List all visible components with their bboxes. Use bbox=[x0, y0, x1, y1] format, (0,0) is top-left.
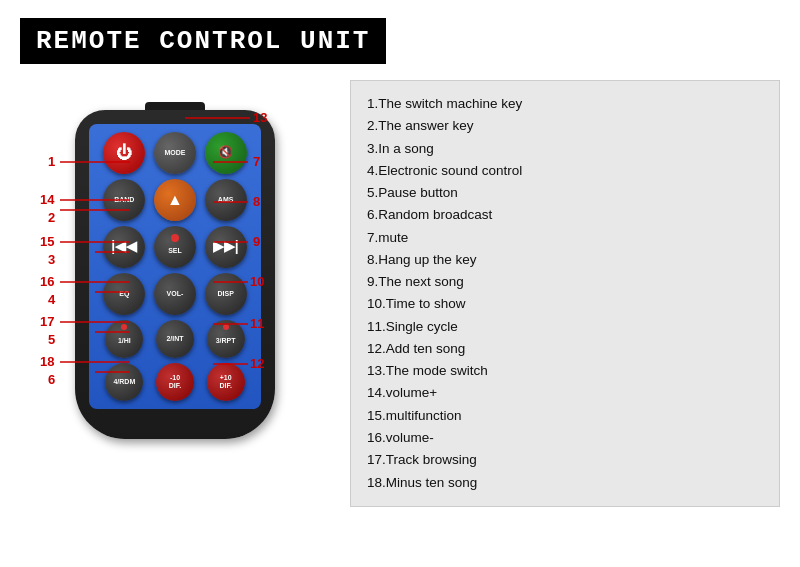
legend-item: 5.Pause button bbox=[367, 182, 763, 204]
voldown-button[interactable]: VOL- bbox=[154, 273, 196, 315]
svg-text:3: 3 bbox=[48, 252, 55, 267]
legend-item: 11.Single cycle bbox=[367, 316, 763, 338]
remote-antenna bbox=[145, 102, 205, 110]
btn-3rpt[interactable]: 3/RPT bbox=[207, 320, 245, 358]
legend-item: 16.volume- bbox=[367, 427, 763, 449]
eq-button[interactable]: EQ bbox=[103, 273, 145, 315]
btn-row-3: |◀◀ SEL ▶▶| bbox=[99, 226, 251, 268]
legend-item: 9.The next song bbox=[367, 271, 763, 293]
svg-text:4: 4 bbox=[48, 292, 56, 307]
btn-row-5: 1/HI 2/INT 3/RPT bbox=[99, 320, 251, 358]
btn-row-4: EQ VOL- DISP bbox=[99, 273, 251, 315]
sel-button[interactable]: SEL bbox=[154, 226, 196, 268]
btn-row-6: 4/RDM -10DIF. +10DIF. bbox=[99, 363, 251, 401]
band-button[interactable]: BAND bbox=[103, 179, 145, 221]
main-content: ⏻ MODE 🔇 BAND ▲ AMS bbox=[20, 80, 780, 567]
legend-item: 13.The mode switch bbox=[367, 360, 763, 382]
btn-plus10[interactable]: +10DIF. bbox=[207, 363, 245, 401]
mode-button[interactable]: MODE bbox=[154, 132, 196, 174]
power-button[interactable]: ⏻ bbox=[103, 132, 145, 174]
svg-text:14: 14 bbox=[40, 192, 55, 207]
btn-row-1: ⏻ MODE 🔇 bbox=[99, 132, 251, 174]
title-box: REMOTE CONTROL UNIT bbox=[20, 18, 386, 64]
svg-text:2: 2 bbox=[48, 210, 55, 225]
prev-button[interactable]: |◀◀ bbox=[103, 226, 145, 268]
legend-item: 14.volume+ bbox=[367, 382, 763, 404]
remote-wrapper: ⏻ MODE 🔇 BAND ▲ AMS bbox=[20, 80, 330, 567]
page-title: REMOTE CONTROL UNIT bbox=[36, 26, 370, 56]
btn-1hi[interactable]: 1/HI bbox=[105, 320, 143, 358]
ams-button[interactable]: AMS bbox=[205, 179, 247, 221]
legend-list: 1.The switch machine key2.The answer key… bbox=[367, 93, 763, 494]
svg-text:1: 1 bbox=[48, 154, 55, 169]
remote-body: ⏻ MODE 🔇 BAND ▲ AMS bbox=[75, 110, 275, 439]
volup-button[interactable]: ▲ bbox=[154, 179, 196, 221]
legend-item: 17.Track browsing bbox=[367, 449, 763, 471]
legend-item: 4.Electronic sound control bbox=[367, 160, 763, 182]
legend-item: 1.The switch machine key bbox=[367, 93, 763, 115]
legend-item: 10.Time to show bbox=[367, 293, 763, 315]
svg-text:17: 17 bbox=[40, 314, 54, 329]
svg-text:16: 16 bbox=[40, 274, 54, 289]
svg-text:15: 15 bbox=[40, 234, 54, 249]
btn-2int[interactable]: 2/INT bbox=[156, 320, 194, 358]
legend-item: 8.Hang up the key bbox=[367, 249, 763, 271]
legend-item: 2.The answer key bbox=[367, 115, 763, 137]
legend-item: 18.Minus ten song bbox=[367, 472, 763, 494]
legend-item: 6.Random broadcast bbox=[367, 204, 763, 226]
legend-item: 12.Add ten song bbox=[367, 338, 763, 360]
button-panel: ⏻ MODE 🔇 BAND ▲ AMS bbox=[89, 124, 261, 409]
svg-text:18: 18 bbox=[40, 354, 54, 369]
svg-text:6: 6 bbox=[48, 372, 55, 387]
next-button[interactable]: ▶▶| bbox=[205, 226, 247, 268]
legend-item: 7.mute bbox=[367, 227, 763, 249]
svg-text:5: 5 bbox=[48, 332, 55, 347]
mute-button[interactable]: 🔇 bbox=[205, 132, 247, 174]
legend-panel: 1.The switch machine key2.The answer key… bbox=[350, 80, 780, 507]
legend-item: 3.In a song bbox=[367, 138, 763, 160]
btn-minus10[interactable]: -10DIF. bbox=[156, 363, 194, 401]
btn-row-2: BAND ▲ AMS bbox=[99, 179, 251, 221]
disp-button[interactable]: DISP bbox=[205, 273, 247, 315]
legend-item: 15.multifunction bbox=[367, 405, 763, 427]
btn-4rdm[interactable]: 4/RDM bbox=[105, 363, 143, 401]
